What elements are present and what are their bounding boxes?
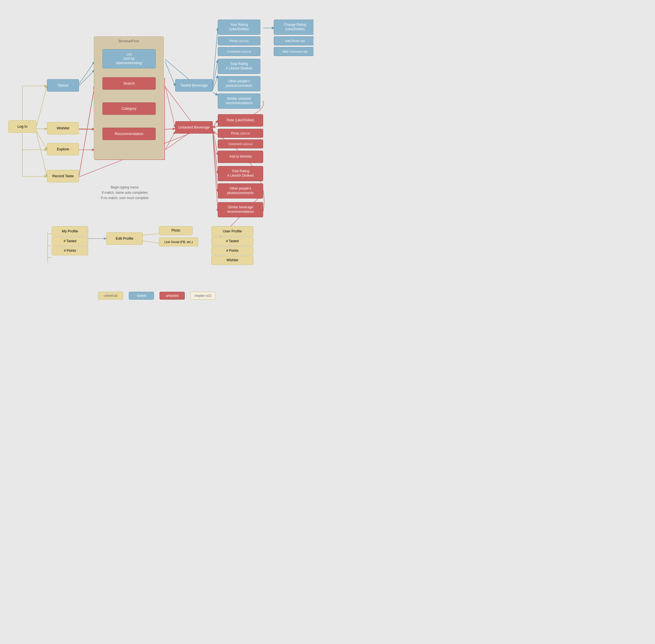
search-hint: Begin typing name If match, name auto co…	[101, 185, 149, 201]
similar-untasted-label: Similar untasted recommendations	[226, 97, 252, 105]
browse-find-label: Browse/Find	[94, 39, 163, 43]
my-profile-node[interactable]: My Profile	[52, 226, 88, 236]
recommendation-node[interactable]: Recommendation	[102, 128, 156, 140]
svg-line-3	[37, 132, 47, 177]
record-taste-node[interactable]: Record Taste	[47, 170, 79, 182]
untasted-beverage-node[interactable]: Untasted Beverage	[175, 121, 213, 134]
recommendation-label: Recommendation	[115, 132, 143, 136]
svg-line-42	[79, 87, 95, 176]
total-rating-untasted-node[interactable]: Total Rating # Liked/# Disliked	[218, 166, 263, 181]
legend-maybe: maybe (v2)	[190, 292, 215, 300]
legend-universal-label: universal	[104, 294, 117, 298]
search-node[interactable]: Search	[102, 77, 156, 90]
other-photos-tasted-node[interactable]: Other people's photos/comments	[218, 76, 260, 91]
link-social-label: Link Social (FB, etc.)	[164, 240, 193, 244]
explore-label: Explore	[57, 147, 69, 152]
other-photos-untasted-label: Other people's photos/comments	[227, 186, 254, 195]
photo-opt-tasted-node[interactable]: Photo optional	[218, 37, 260, 45]
rate-node[interactable]: Rate (Like/Dislike)	[218, 114, 263, 127]
change-rating-label: Change Rating (Like/Dislike)	[284, 23, 306, 31]
change-rating-node[interactable]: Change Rating (Like/Dislike)	[274, 20, 313, 35]
svg-line-11	[165, 129, 175, 129]
points-node: # Points	[52, 246, 88, 255]
svg-line-10	[165, 86, 175, 128]
search-label: Search	[123, 81, 135, 86]
other-photos-tasted-label: Other people's photos/comments	[226, 79, 253, 88]
legend-maybe-box: maybe (v2)	[190, 292, 215, 300]
login-label: Log In	[17, 124, 27, 129]
legend-universal-box: universal	[98, 292, 123, 300]
svg-line-12	[165, 132, 175, 150]
svg-line-4	[79, 70, 95, 86]
list-label: List (sort by date/name/rating)	[116, 52, 142, 66]
similar-untasted-node[interactable]: Similar untasted recommendations	[218, 93, 260, 109]
wishlist-label: Wishlist	[57, 126, 69, 131]
add-photo-opt-label: Add Photo opt	[285, 39, 305, 43]
legend-tasted-box: tasted	[129, 292, 154, 300]
my-profile-label: My Profile	[62, 229, 78, 234]
your-rating-node[interactable]: Your Rating (Like/Dislike)	[218, 20, 260, 35]
comment-opt-untasted-node[interactable]: Comment optional	[218, 139, 263, 148]
comment-opt-untasted-label: Comment optional	[228, 142, 253, 146]
legend-untasted-label: untasted	[166, 294, 179, 298]
svg-line-17	[213, 120, 218, 128]
user-tasted-node: # Tasted	[211, 237, 253, 246]
svg-line-0	[37, 86, 47, 127]
explore-node[interactable]: Explore	[47, 143, 79, 155]
photo-opt-untasted-node[interactable]: Photo optional	[218, 129, 263, 138]
link-social-node[interactable]: Link Social (FB, etc.)	[159, 237, 198, 246]
svg-line-21	[213, 133, 218, 211]
legend-maybe-label: maybe (v2)	[194, 294, 211, 298]
svg-line-38	[165, 87, 194, 126]
svg-line-16	[213, 92, 218, 95]
edit-profile-label: Edit Profile	[116, 236, 134, 241]
comment-opt-tasted-label: Comment optional	[227, 50, 251, 53]
category-node[interactable]: Category	[102, 102, 156, 115]
my-profile-group: My Profile # Tasted # Points	[52, 226, 88, 255]
user-tasted-label: # Tasted	[226, 239, 238, 244]
add-wishlist-label: Add to Wishlist	[229, 155, 251, 159]
add-comment-opt-label: Add Comment opt	[283, 50, 308, 53]
user-profile-node[interactable]: User Profile	[211, 226, 253, 236]
add-wishlist-node[interactable]: Add to Wishlist	[218, 151, 263, 163]
browse-find-box: Browse/Find List (sort by date/name/rati…	[94, 37, 164, 160]
rate-label: Rate (Like/Dislike)	[227, 118, 254, 123]
legend-untasted: untasted	[160, 292, 185, 300]
svg-line-33	[79, 129, 95, 129]
svg-line-15	[213, 76, 218, 90]
legend-tasted: tasted	[129, 292, 154, 300]
total-rating-untasted-label: Total Rating # Liked/# Disliked	[227, 169, 254, 178]
your-rating-label: Your Rating (Like/Dislike)	[230, 23, 249, 31]
category-label: Category	[122, 107, 137, 111]
user-points-label: # Points	[226, 249, 238, 253]
add-comment-opt-node[interactable]: Add Comment opt	[274, 47, 313, 56]
svg-line-20	[213, 132, 218, 192]
untasted-beverage-label: Untasted Beverage	[178, 125, 209, 130]
record-taste-label: Record Taste	[52, 174, 74, 179]
photo-edit-label: Photo	[171, 229, 180, 233]
similar-beverage-node[interactable]: Similar beverage recommendations	[218, 202, 263, 217]
tasted-node[interactable]: Tasted	[47, 79, 79, 92]
svg-line-2	[37, 131, 47, 150]
total-rating-tasted-label: Total Rating # Liked/# Disliked	[226, 62, 252, 71]
total-rating-tasted-node[interactable]: Total Rating # Liked/# Disliked	[218, 59, 260, 74]
user-wishlist-label: Wishlist	[227, 258, 238, 263]
svg-line-19	[213, 130, 218, 174]
legend: universal tasted untasted maybe (v2)	[98, 292, 215, 300]
tasted-beverage-label: Tasted Beverage	[180, 83, 208, 88]
other-photos-untasted-node[interactable]: Other people's photos/comments	[218, 183, 263, 199]
wishlist-node[interactable]: Wishlist	[47, 122, 79, 134]
tasted-beverage-node[interactable]: Tasted Beverage	[175, 79, 213, 92]
tasted-label: Tasted	[58, 83, 68, 88]
add-photo-opt-node[interactable]: Add Photo opt	[274, 37, 313, 45]
tasted-count-node: # Tasted	[52, 237, 88, 246]
login-node[interactable]: Log In	[8, 120, 37, 133]
photo-edit-node[interactable]: Photo	[159, 226, 193, 235]
comment-opt-tasted-node[interactable]: Comment optional	[218, 47, 260, 56]
user-profile-group: User Profile # Tasted # Points Wishlist	[211, 226, 253, 265]
similar-beverage-label: Similar beverage recommendations	[227, 205, 254, 214]
edit-profile-node[interactable]: Edit Profile	[107, 232, 143, 245]
list-node[interactable]: List (sort by date/name/rating)	[102, 49, 156, 68]
svg-line-18	[213, 129, 218, 155]
points-label: # Points	[64, 249, 76, 253]
